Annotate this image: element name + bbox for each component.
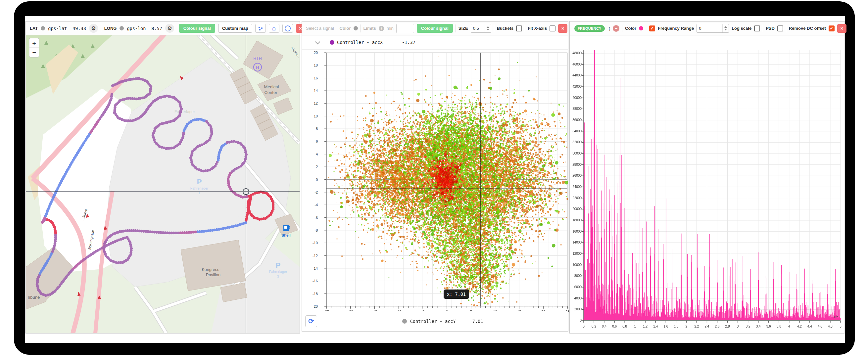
tick-label: 0	[579, 325, 588, 328]
tick-label: 0.6	[610, 325, 619, 328]
tick-label: 0	[570, 319, 582, 322]
tick-label: 22000	[570, 196, 582, 200]
tick-label: 2000	[570, 307, 582, 311]
tick-label: 2	[682, 325, 691, 328]
fft-plot-canvas[interactable]	[577, 47, 847, 335]
tick-label: 2	[305, 165, 318, 169]
svg-text:3: 3	[277, 274, 279, 278]
tick-label: 24000	[570, 185, 582, 189]
scatter-colour-signal-button[interactable]: Colour signal	[417, 24, 453, 33]
scatter-toolbar: Select a signal Color Limits i min Colou…	[302, 22, 568, 35]
map-colour-signal-button[interactable]: Colour signal	[179, 24, 215, 33]
locate-icon	[285, 26, 291, 31]
limits-label: Limits	[364, 26, 376, 31]
tick-label: 16000	[570, 230, 582, 233]
tick-label: 42000	[570, 85, 582, 88]
toolbar-divider	[786, 25, 786, 32]
svg-text:Center: Center	[264, 90, 277, 95]
psd-checkbox[interactable]	[777, 26, 783, 31]
size-value: 0.5	[471, 26, 485, 31]
stepper-arrows[interactable]	[722, 24, 728, 32]
tick-label: 32000	[570, 140, 582, 144]
fft-plot-area[interactable]: 0200040006000800010000120001400016000180…	[570, 35, 844, 333]
tick-label: 20000	[570, 207, 582, 211]
tick-label: 0.2	[589, 325, 598, 328]
tick-label: 16	[305, 76, 318, 80]
accx-signal-dot	[330, 40, 334, 45]
tick-label: 14000	[570, 240, 582, 244]
toolbar-divider	[763, 25, 763, 32]
tick-label: 8	[305, 127, 318, 131]
tick-label: -8	[305, 228, 318, 232]
scatter-close-button[interactable]: ×	[558, 24, 567, 33]
scatter-panel: Select a signal Color Limits i min Colou…	[302, 21, 568, 331]
zoom-out-button[interactable]: −	[32, 49, 36, 56]
tick-label: 12	[305, 101, 318, 105]
fit-x-axis-checkbox[interactable]	[550, 26, 556, 31]
tick-label: 4	[305, 152, 318, 156]
tick-label: 38000	[570, 107, 582, 110]
custom-map-button[interactable]: Custom map	[218, 24, 252, 33]
minus-icon: −	[615, 26, 617, 31]
scatter-footer: ⟳ Controller - accY 7.01	[302, 311, 568, 331]
tick-label: 1.6	[661, 325, 670, 328]
svg-text:Pavillon: Pavillon	[206, 272, 220, 277]
tick-label: 30000	[570, 152, 582, 155]
tick-label: -16	[305, 279, 318, 283]
tick-label: 36000	[570, 118, 582, 122]
remove-dc-checkbox[interactable]: ✓	[829, 26, 835, 31]
frequency-range-stepper[interactable]: 0	[696, 24, 729, 33]
stepper-arrows[interactable]	[485, 24, 491, 32]
fft-close-button[interactable]: ×	[837, 24, 846, 33]
map-home-button[interactable]: ⌂	[269, 24, 279, 33]
tick-label: 14	[305, 89, 318, 93]
tick-label: 1	[630, 325, 640, 328]
svg-text:RTH: RTH	[253, 56, 261, 61]
toolbar-divider	[622, 25, 622, 32]
refresh-button[interactable]: ⟳	[305, 315, 317, 327]
tick-label: 2.4	[702, 325, 711, 328]
buckets-checkbox[interactable]	[516, 26, 522, 31]
tick-label: 4000	[570, 296, 582, 300]
arrow-down-icon	[724, 29, 727, 30]
min-input[interactable]	[396, 24, 414, 33]
scatter-points-toggle-button[interactable]	[255, 24, 266, 33]
size-stepper[interactable]: 0.5	[471, 24, 491, 33]
scatter-header: Controller - accX -1.37	[302, 35, 568, 50]
toolbar-divider	[361, 25, 361, 32]
map-zoom-control[interactable]: + −	[29, 38, 39, 57]
lat-gear-button[interactable]: ⚙	[89, 24, 98, 33]
tick-label: 6000	[570, 285, 582, 289]
tick-label: 8000	[570, 274, 582, 278]
log-scale-checkbox[interactable]	[754, 26, 760, 31]
remove-signal-icon[interactable]: −	[613, 25, 619, 32]
tick-label: -6	[305, 216, 318, 220]
map-canvas[interactable]: RTH H Medical Center Kleine... ...kurve …	[26, 35, 300, 333]
scatter-plot-canvas[interactable]	[320, 49, 574, 314]
zoom-in-button[interactable]: +	[32, 40, 36, 47]
tick-label: 0.8	[620, 325, 629, 328]
tick-label: 0	[305, 178, 318, 182]
scatter-plot-area[interactable]: 20181614121086420-2-4-6-8-10-12-14-16-18…	[302, 49, 568, 311]
svg-text:Kongress-: Kongress-	[202, 267, 221, 272]
tick-label: 18000	[570, 218, 582, 222]
map-locate-button[interactable]	[282, 24, 293, 33]
tick-label: 48000	[570, 51, 582, 55]
svg-text:ribüne: ribüne	[28, 295, 40, 300]
frequency-range-checkbox[interactable]: ✓	[649, 26, 655, 31]
log-scale-label: Log scale	[732, 26, 751, 31]
fit-x-axis-label: Fit X-axis	[528, 26, 547, 31]
long-gear-button[interactable]: ⚙	[165, 24, 174, 33]
tick-label: 26000	[570, 174, 582, 177]
tick-label: 10000	[570, 263, 582, 267]
tick-label: 1.8	[671, 325, 681, 328]
svg-text:Fahrerlager: Fahrerlager	[269, 270, 287, 273]
tick-label: 3.6	[764, 325, 773, 328]
toolbar-divider	[456, 25, 456, 32]
svg-text:P: P	[197, 178, 202, 186]
tick-label: 44000	[570, 73, 582, 77]
tick-label: 3	[733, 325, 743, 328]
collapse-chevron-icon[interactable]	[315, 39, 320, 45]
svg-text:P: P	[276, 261, 281, 269]
arrow-down-icon	[487, 29, 489, 30]
